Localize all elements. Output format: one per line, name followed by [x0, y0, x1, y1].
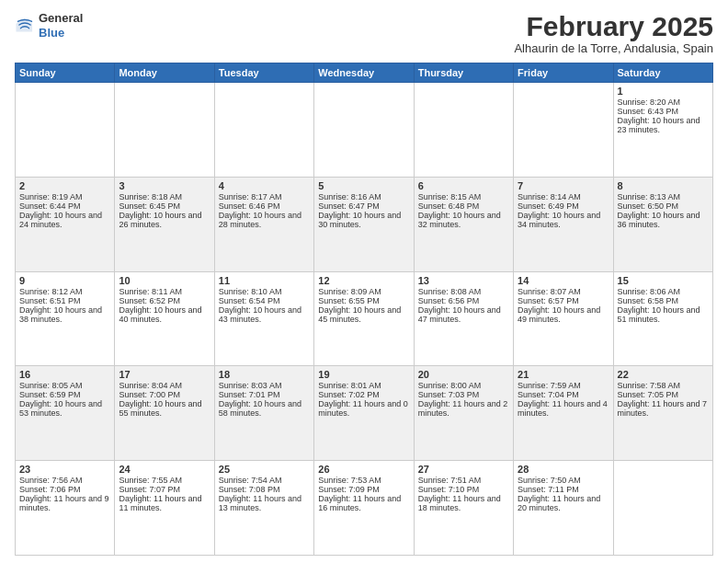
day-number: 28: [518, 464, 609, 475]
day-info: Sunset: 6:51 PM: [19, 296, 110, 305]
day-info: Sunrise: 8:12 AM: [19, 287, 110, 296]
day-info: Sunrise: 8:18 AM: [119, 192, 210, 201]
day-info: Daylight: 10 hours and 24 minutes.: [19, 211, 110, 229]
header: General Blue February 2025 Alhaurin de l…: [15, 11, 713, 55]
calendar-cell: 25Sunrise: 7:54 AMSunset: 7:08 PMDayligh…: [214, 461, 313, 556]
day-info: Sunrise: 8:07 AM: [518, 287, 609, 296]
day-info: Sunrise: 8:19 AM: [19, 192, 110, 201]
day-header-thursday: Thursday: [414, 63, 513, 83]
calendar-cell: 6Sunrise: 8:15 AMSunset: 6:48 PMDaylight…: [414, 177, 513, 271]
day-info: Daylight: 10 hours and 38 minutes.: [19, 305, 110, 324]
day-info: Sunset: 6:47 PM: [318, 201, 409, 211]
calendar-week-2: 2Sunrise: 8:19 AMSunset: 6:44 PMDaylight…: [16, 177, 713, 271]
day-info: Sunset: 7:08 PM: [219, 485, 310, 494]
day-number: 8: [618, 180, 709, 191]
day-info: Sunset: 7:01 PM: [219, 390, 310, 399]
day-info: Daylight: 11 hours and 4 minutes.: [518, 399, 609, 418]
day-info: Daylight: 11 hours and 11 minutes.: [119, 494, 210, 512]
day-number: 10: [119, 275, 210, 286]
day-info: Daylight: 11 hours and 20 minutes.: [518, 494, 609, 512]
day-header-tuesday: Tuesday: [214, 63, 313, 83]
logo: General Blue: [15, 11, 83, 40]
day-info: Daylight: 11 hours and 16 minutes.: [318, 494, 409, 512]
day-info: Daylight: 10 hours and 30 minutes.: [318, 211, 409, 229]
calendar-cell: 11Sunrise: 8:10 AMSunset: 6:54 PMDayligh…: [214, 271, 313, 366]
calendar-week-3: 9Sunrise: 8:12 AMSunset: 6:51 PMDaylight…: [16, 271, 713, 366]
day-info: Sunset: 6:44 PM: [19, 201, 110, 211]
day-info: Sunset: 7:04 PM: [518, 390, 609, 399]
day-number: 22: [618, 369, 709, 380]
calendar-week-1: 1Sunrise: 8:20 AMSunset: 6:43 PMDaylight…: [16, 83, 713, 178]
day-info: Sunset: 6:54 PM: [219, 296, 310, 305]
day-number: 27: [418, 464, 509, 475]
calendar-cell: 15Sunrise: 8:06 AMSunset: 6:58 PMDayligh…: [613, 271, 712, 366]
day-number: 12: [318, 275, 409, 286]
day-info: Sunrise: 8:08 AM: [418, 287, 509, 296]
logo-text: General Blue: [39, 11, 83, 40]
calendar-cell: 2Sunrise: 8:19 AMSunset: 6:44 PMDaylight…: [16, 177, 115, 271]
calendar-week-5: 23Sunrise: 7:56 AMSunset: 7:06 PMDayligh…: [16, 461, 713, 556]
day-number: 15: [618, 275, 709, 286]
day-number: 24: [119, 464, 210, 475]
day-info: Sunset: 7:09 PM: [318, 485, 409, 494]
location: Alhaurin de la Torre, Andalusia, Spain: [514, 41, 713, 55]
day-header-wednesday: Wednesday: [314, 63, 414, 83]
day-info: Sunset: 7:02 PM: [318, 390, 409, 399]
day-header-sunday: Sunday: [16, 63, 115, 83]
day-number: 11: [219, 275, 310, 286]
day-info: Sunrise: 8:00 AM: [418, 381, 509, 390]
day-info: Sunset: 6:45 PM: [119, 201, 210, 211]
day-info: Sunrise: 8:04 AM: [119, 381, 210, 390]
calendar-cell: [214, 83, 313, 178]
calendar-cell: 7Sunrise: 8:14 AMSunset: 6:49 PMDaylight…: [514, 177, 613, 271]
day-number: 1: [618, 86, 709, 97]
day-number: 19: [318, 369, 409, 380]
calendar-cell: 26Sunrise: 7:53 AMSunset: 7:09 PMDayligh…: [314, 461, 414, 556]
calendar-cell: [16, 83, 115, 178]
day-info: Daylight: 10 hours and 55 minutes.: [119, 399, 210, 418]
calendar-cell: [514, 83, 613, 178]
day-info: Sunset: 6:48 PM: [418, 201, 509, 211]
calendar-cell: 3Sunrise: 8:18 AMSunset: 6:45 PMDaylight…: [115, 177, 214, 271]
logo-general-text: General: [39, 11, 83, 26]
day-info: Sunset: 7:11 PM: [518, 485, 609, 494]
day-number: 2: [19, 180, 110, 191]
calendar-cell: 12Sunrise: 8:09 AMSunset: 6:55 PMDayligh…: [314, 271, 414, 366]
day-info: Sunrise: 7:50 AM: [518, 476, 609, 485]
day-info: Daylight: 10 hours and 34 minutes.: [518, 211, 609, 229]
calendar-cell: 4Sunrise: 8:17 AMSunset: 6:46 PMDaylight…: [214, 177, 313, 271]
calendar-cell: 5Sunrise: 8:16 AMSunset: 6:47 PMDaylight…: [314, 177, 414, 271]
day-info: Daylight: 11 hours and 13 minutes.: [219, 494, 310, 512]
day-info: Sunset: 7:00 PM: [119, 390, 210, 399]
calendar-cell: 8Sunrise: 8:13 AMSunset: 6:50 PMDaylight…: [613, 177, 712, 271]
day-info: Sunset: 7:05 PM: [618, 390, 709, 399]
day-number: 9: [19, 275, 110, 286]
calendar-cell: 13Sunrise: 8:08 AMSunset: 6:56 PMDayligh…: [414, 271, 513, 366]
calendar-cell: 18Sunrise: 8:03 AMSunset: 7:01 PMDayligh…: [214, 366, 313, 461]
day-info: Sunrise: 8:15 AM: [418, 192, 509, 201]
day-info: Daylight: 10 hours and 40 minutes.: [119, 305, 210, 324]
day-number: 4: [219, 180, 310, 191]
day-info: Daylight: 11 hours and 18 minutes.: [418, 494, 509, 512]
day-header-saturday: Saturday: [613, 63, 712, 83]
calendar-week-4: 16Sunrise: 8:05 AMSunset: 6:59 PMDayligh…: [16, 366, 713, 461]
calendar-cell: 19Sunrise: 8:01 AMSunset: 7:02 PMDayligh…: [314, 366, 414, 461]
day-number: 13: [418, 275, 509, 286]
day-info: Daylight: 11 hours and 7 minutes.: [618, 399, 709, 418]
day-number: 17: [119, 369, 210, 380]
day-info: Sunset: 6:58 PM: [618, 296, 709, 305]
day-info: Sunrise: 8:01 AM: [318, 381, 409, 390]
day-info: Sunrise: 7:54 AM: [219, 476, 310, 485]
day-number: 5: [318, 180, 409, 191]
day-info: Sunrise: 7:56 AM: [19, 476, 110, 485]
day-info: Sunrise: 8:10 AM: [219, 287, 310, 296]
calendar-header-row: SundayMondayTuesdayWednesdayThursdayFrid…: [16, 63, 713, 83]
day-info: Sunset: 6:43 PM: [618, 107, 709, 116]
calendar-cell: [115, 83, 214, 178]
day-info: Daylight: 10 hours and 49 minutes.: [518, 305, 609, 324]
day-info: Sunrise: 7:59 AM: [518, 381, 609, 390]
day-info: Sunrise: 8:14 AM: [518, 192, 609, 201]
logo-icon: [15, 16, 35, 36]
day-info: Sunrise: 8:05 AM: [19, 381, 110, 390]
calendar-cell: [613, 461, 712, 556]
